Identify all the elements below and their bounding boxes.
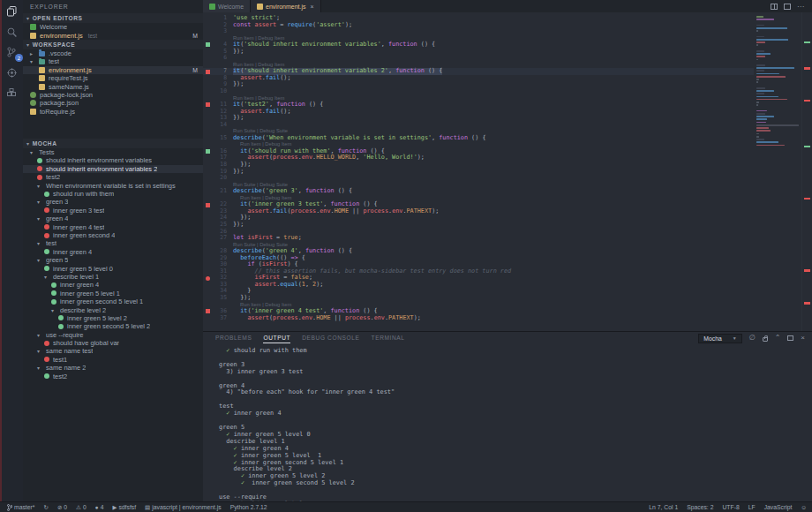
code-editor[interactable]: 1'use strict';2const assert = require('a… — [203, 12, 812, 331]
gutter[interactable]: 35 — [203, 295, 233, 302]
file-row[interactable]: environment.jsM — [23, 66, 203, 74]
gutter[interactable]: 37 — [203, 315, 233, 322]
clear-output-icon[interactable]: ∅ — [749, 335, 756, 342]
gutter[interactable] — [203, 182, 233, 189]
gutter[interactable] — [203, 141, 233, 148]
gutter[interactable]: 1 — [203, 15, 233, 22]
mocha-test-item[interactable]: test2 — [23, 173, 203, 181]
gutter[interactable]: 26 — [203, 229, 233, 236]
open-editor-item[interactable]: environment.jstestM — [23, 31, 203, 39]
status-error[interactable]: ⊘0 — [57, 504, 67, 511]
gutter[interactable]: 12 — [203, 109, 233, 116]
status-ln-7-col-1[interactable]: Ln 7, Col 1 — [649, 504, 678, 510]
gutter[interactable] — [203, 128, 233, 135]
toggle-layout-icon[interactable] — [784, 4, 791, 10]
gutter[interactable]: 8 — [203, 75, 233, 82]
mocha-test-item[interactable]: ▾same name 2 — [23, 364, 203, 372]
close-icon[interactable]: × — [311, 4, 314, 10]
gutter[interactable]: 31 — [203, 268, 233, 275]
gutter[interactable]: 9 — [203, 81, 233, 88]
status-warning[interactable]: ⚠0 — [76, 504, 86, 511]
gutter[interactable]: 17 — [203, 154, 233, 162]
split-editor-icon[interactable] — [771, 4, 778, 10]
gutter[interactable] — [203, 195, 233, 202]
mocha-test-item[interactable]: inner green 4 — [23, 248, 203, 256]
gutter[interactable] — [203, 95, 233, 102]
gutter[interactable]: 14 — [203, 122, 233, 129]
mocha-test-item[interactable]: ▾same name test — [23, 347, 203, 355]
gutter[interactable]: 15 — [203, 135, 233, 142]
panel-tab-debug-console[interactable]: DEBUG CONSOLE — [302, 333, 359, 343]
gutter[interactable]: 13 — [203, 115, 233, 122]
gutter[interactable]: 16 — [203, 148, 233, 155]
gutter[interactable]: 27 — [203, 235, 233, 242]
mocha-test-item[interactable]: inner green 5 level 2 — [23, 314, 203, 322]
more-actions-icon[interactable]: ⋯ — [797, 3, 805, 11]
gutter[interactable]: 22 — [203, 201, 233, 208]
gutter[interactable]: 33 — [203, 282, 233, 289]
gutter[interactable]: 10 — [203, 88, 233, 95]
file-row[interactable]: toRequire.js — [23, 108, 203, 116]
gutter[interactable]: 21 — [203, 188, 233, 195]
panel-tab-problems[interactable]: PROBLEMS — [215, 333, 252, 343]
activity-extensions-button[interactable] — [4, 87, 19, 99]
mocha-test-item[interactable]: should run with them — [23, 190, 203, 198]
folder-row[interactable]: ▸.vscode — [23, 49, 203, 57]
mocha-test-item[interactable]: should inherit environment variables 2 — [23, 165, 203, 173]
mocha-test-item[interactable]: inner green 4 — [23, 281, 203, 289]
mocha-test-item[interactable]: inner green 5 level 1 — [23, 290, 203, 297]
overview-ruler[interactable] — [801, 12, 812, 331]
gutter[interactable]: 20 — [203, 175, 233, 182]
gutter[interactable] — [203, 35, 233, 42]
gutter[interactable]: 23 — [203, 208, 233, 215]
mocha-test-item[interactable]: inner green second 5 level 2 — [23, 322, 203, 330]
status-play[interactable]: ▶sdfsfsf — [112, 504, 136, 511]
mocha-test-item[interactable]: ▾green 3 — [23, 198, 203, 206]
status-spaces-2[interactable]: Spaces: 2 — [687, 504, 713, 510]
status-javascript[interactable]: JavaScript — [764, 504, 793, 510]
panel-tab-output[interactable]: OUTPUT — [263, 333, 290, 343]
activity-source-control-button[interactable]: 2 — [4, 46, 19, 58]
gutter[interactable]: 25 — [203, 222, 233, 229]
open-editor-item[interactable]: Welcome — [23, 23, 203, 31]
file-row[interactable]: sameName.js — [23, 82, 203, 90]
gutter[interactable]: 18 — [203, 162, 233, 169]
gutter[interactable]: 29 — [203, 255, 233, 262]
gutter[interactable]: 4 — [203, 41, 233, 49]
activity-search-button[interactable] — [4, 26, 19, 38]
mocha-test-item[interactable]: ▾use --require — [23, 331, 203, 339]
file-row[interactable]: package.json — [23, 99, 203, 107]
status-git-branch[interactable]: master* — [7, 504, 34, 511]
mocha-header[interactable]: ▾ MOCHA — [23, 139, 203, 148]
gutter[interactable]: 32 — [203, 275, 233, 282]
status-utf-8[interactable]: UTF-8 — [722, 504, 739, 510]
gutter[interactable]: 5 — [203, 49, 233, 56]
editor-tab[interactable]: Welcome — [203, 0, 251, 12]
open-editors-header[interactable]: ▾ OPEN EDITORS — [23, 13, 203, 23]
mocha-test-item[interactable]: ▾describe level 2 — [23, 305, 203, 313]
gutter[interactable]: 2 — [203, 22, 233, 29]
code-content[interactable]: 1'use strict';2const assert = require('a… — [203, 12, 754, 331]
gutter[interactable]: 6 — [203, 55, 233, 62]
mocha-test-item[interactable]: ▾describe level 1 — [23, 273, 203, 281]
gutter[interactable]: 19 — [203, 169, 233, 176]
gutter[interactable]: 11 — [203, 102, 233, 109]
workspace-header[interactable]: ▾ WORKSPACE — [23, 40, 203, 49]
scroll-lock-icon[interactable] — [763, 337, 768, 342]
mocha-test-item[interactable]: ▾green 5 — [23, 256, 203, 264]
status-sync[interactable]: ↻ — [43, 504, 48, 511]
mocha-test-item[interactable]: ▾When environment variable is set in set… — [23, 181, 203, 189]
maximize-panel-icon[interactable]: ⌃ — [775, 335, 781, 342]
mocha-test-item[interactable]: should have global var — [23, 339, 203, 347]
gutter[interactable]: 36 — [203, 308, 233, 315]
output-channel-select[interactable]: Mocha ▼ — [698, 334, 741, 343]
minimap[interactable] — [754, 12, 801, 331]
gutter[interactable]: 24 — [203, 215, 233, 222]
mocha-test-item[interactable]: test1 — [23, 356, 203, 364]
mocha-test-item[interactable]: ▾green 4 — [23, 215, 203, 222]
activity-explorer-button[interactable] — [4, 5, 19, 18]
folder-row[interactable]: ▾test — [23, 57, 203, 65]
gutter[interactable] — [203, 62, 233, 69]
status-file[interactable]: ▤javascript | environment.js — [145, 504, 222, 511]
gutter[interactable]: 28 — [203, 248, 233, 255]
